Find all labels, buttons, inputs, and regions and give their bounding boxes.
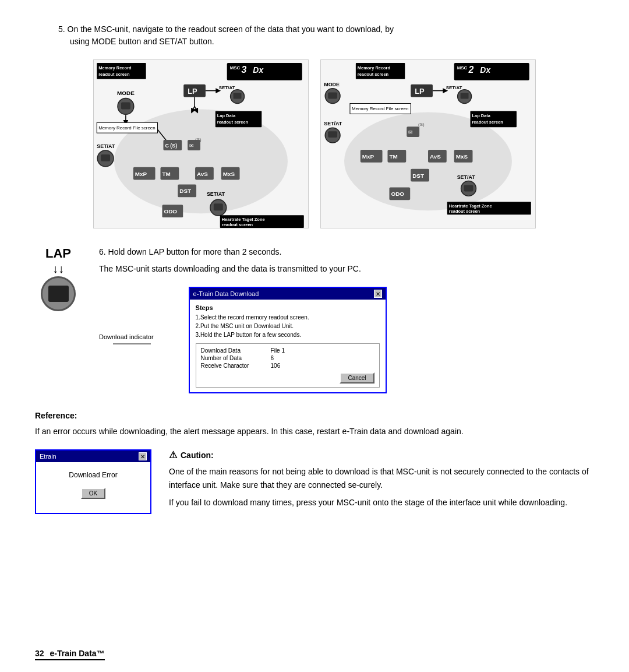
svg-rect-29 <box>101 154 110 161</box>
svg-text:SET/AT: SET/AT <box>219 85 235 90</box>
svg-rect-60 <box>328 93 337 99</box>
svg-text:TM: TM <box>389 153 397 160</box>
svg-text:✉: ✉ <box>408 129 413 135</box>
dialog-body: Steps 1.Select the record memory readout… <box>190 300 386 392</box>
svg-text:Memory Record File screen: Memory Record File screen <box>352 106 408 111</box>
svg-text:(S): (S) <box>195 137 202 142</box>
svg-text:readout screen: readout screen <box>222 222 253 227</box>
download-data-row: Download Data File 1 <box>201 347 374 354</box>
indicator-label-area: Download indicator <box>99 333 154 347</box>
svg-text:readout screen: readout screen <box>217 119 249 125</box>
svg-text:Memory Record: Memory Record <box>98 65 132 71</box>
svg-text:TM: TM <box>162 171 170 177</box>
msc2dx-svg: MSC 2 Dx MODE Memory Record readout scre… <box>321 60 535 228</box>
msc2dx-diagram: MSC 2 Dx MODE Memory Record readout scre… <box>320 59 536 228</box>
etrain-titlebar: Etrain ✕ <box>36 451 150 462</box>
watch-screen <box>48 286 69 302</box>
download-data-value: File 1 <box>271 347 285 354</box>
msc3dx-diagram: MSC 3 Dx Memory Record readout screen MO… <box>93 59 309 228</box>
cancel-button[interactable]: Cancel <box>340 372 374 384</box>
svg-text:Memory Record File screen: Memory Record File screen <box>98 125 155 131</box>
etrain-title: Etrain <box>40 453 56 460</box>
svg-text:Heartrate Taget Zone: Heartrate Taget Zone <box>449 203 492 209</box>
svg-text:SET/AT: SET/AT <box>457 174 476 180</box>
svg-text:Lap Data: Lap Data <box>217 113 236 118</box>
svg-text:DST: DST <box>412 173 424 179</box>
download-dialog-area: Download indicator e-Train Data Download… <box>99 281 594 399</box>
svg-text:ODO: ODO <box>164 208 177 214</box>
number-of-data-label: Number of Data <box>201 355 265 361</box>
svg-text:Dx: Dx <box>253 65 264 75</box>
number-of-data-row: Number of Data 6 <box>201 355 374 361</box>
step5-text: 5. On the MSC-unit, navigate to the read… <box>58 23 594 48</box>
lap-icon-area: LAP ↓↓ <box>35 246 82 399</box>
svg-rect-69 <box>461 93 469 99</box>
svg-text:3: 3 <box>242 65 247 75</box>
svg-text:Dx: Dx <box>480 65 491 75</box>
svg-text:MODE: MODE <box>324 82 340 87</box>
svg-text:Heartrate Taget Zone: Heartrate Taget Zone <box>222 217 265 222</box>
page-footer: 32 e-Train Data™ <box>35 649 105 660</box>
step6-content: 6. Hold down LAP button for more than 2 … <box>99 246 594 399</box>
dialog-title: e-Train Data Download <box>193 290 259 297</box>
receive-char-row: Receive Charactor 106 <box>201 363 374 369</box>
etrain-body: Download Error OK <box>36 462 150 508</box>
svg-text:SET/AT: SET/AT <box>324 121 342 126</box>
lap-label: LAP <box>45 246 71 261</box>
svg-text:SET/AT: SET/AT <box>207 191 225 197</box>
steps-label: Steps <box>196 304 380 311</box>
svg-text:readout screen: readout screen <box>449 209 480 214</box>
step6-section: LAP ↓↓ 6. Hold down LAP button for more … <box>35 246 594 399</box>
svg-text:LP: LP <box>188 87 197 96</box>
svg-text:ODO: ODO <box>391 191 404 197</box>
download-indicator-label: Download indicator <box>99 333 154 340</box>
caution-title: ⚠ Caution: <box>169 449 594 460</box>
svg-text:readout screen: readout screen <box>472 119 503 125</box>
svg-text:AvS: AvS <box>197 171 208 177</box>
svg-text:DST: DST <box>179 188 191 194</box>
svg-text:MxP: MxP <box>135 171 147 177</box>
svg-text:2: 2 <box>468 65 474 75</box>
svg-text:readout screen: readout screen <box>358 72 389 77</box>
svg-rect-74 <box>328 131 337 138</box>
step6-text2: The MSC-unit starts downloading and the … <box>99 263 594 275</box>
step6-text1: 6. Hold down LAP button for more than 2 … <box>99 246 594 258</box>
indicator-line-svg <box>113 340 154 347</box>
reference-section: Reference: If an error occurs while down… <box>35 411 594 438</box>
indicator-row: Download indicator e-Train Data Download… <box>99 281 594 399</box>
reference-text: If an error occurs while downloading, th… <box>35 425 594 438</box>
caution-section: ⚠ Caution: One of the main reasons for n… <box>169 449 594 513</box>
svg-text:✉: ✉ <box>189 143 194 149</box>
etrain-dialog[interactable]: Etrain ✕ Download Error OK <box>35 449 151 513</box>
svg-text:Lap Data: Lap Data <box>472 113 490 118</box>
diagrams-row: MSC 3 Dx Memory Record readout screen MO… <box>35 59 594 228</box>
dialog-titlebar: e-Train Data Download ✕ <box>190 288 386 300</box>
svg-rect-93 <box>464 185 473 192</box>
dialog-close-button[interactable]: ✕ <box>374 290 382 298</box>
brand-name: e-Train Data™ <box>50 649 104 658</box>
svg-text:AvS: AvS <box>430 153 441 160</box>
page-number: 32 <box>35 649 44 658</box>
caution-label: Caution: <box>181 451 214 460</box>
reference-title: Reference: <box>35 411 594 420</box>
dialog-step2: 2.Put the MSC unit on Download Unit. <box>196 322 380 330</box>
svg-text:readout screen: readout screen <box>98 72 130 77</box>
svg-text:MSC: MSC <box>457 65 468 71</box>
receive-char-value: 106 <box>271 363 281 369</box>
number-of-data-value: 6 <box>271 355 274 361</box>
svg-text:MxS: MxS <box>456 153 468 160</box>
download-data-label: Download Data <box>201 347 265 354</box>
etrain-message: Download Error <box>42 471 144 479</box>
dialog-step3: 3.Hold the LAP button for a few seconds. <box>196 331 380 339</box>
receive-char-label: Receive Charactor <box>201 363 265 369</box>
svg-text:SET/AT: SET/AT <box>446 85 462 90</box>
msc3dx-svg: MSC 3 Dx Memory Record readout screen MO… <box>94 60 308 228</box>
download-dialog[interactable]: e-Train Data Download ✕ Steps 1.Select t… <box>189 287 387 393</box>
svg-rect-47 <box>214 203 223 210</box>
ok-button[interactable]: OK <box>81 488 105 499</box>
svg-text:LP: LP <box>415 87 425 96</box>
svg-text:C (S): C (S) <box>165 143 177 149</box>
etrain-close-button[interactable]: ✕ <box>139 452 147 460</box>
bottom-section: Etrain ✕ Download Error OK ⚠ Caution: On… <box>35 449 594 513</box>
svg-text:Memory Record: Memory Record <box>358 65 391 71</box>
